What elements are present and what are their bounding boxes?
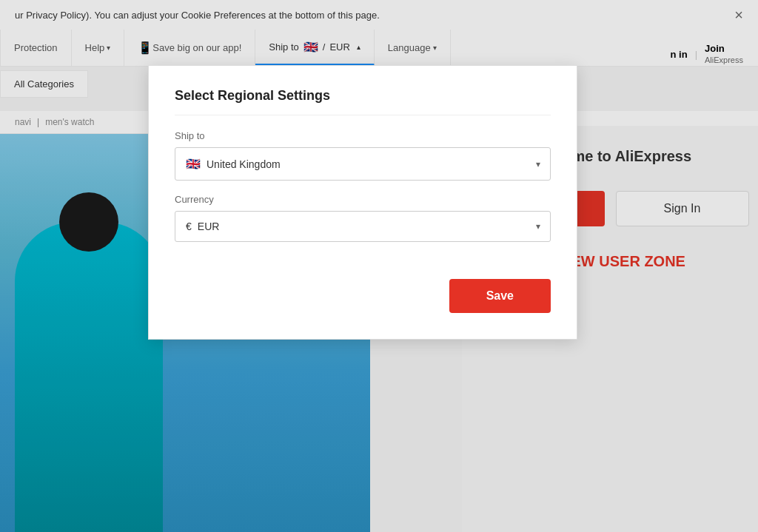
regional-settings-panel: Select Regional Settings Ship to 🇬🇧 Unit…	[148, 65, 577, 340]
country-select-wrapper: 🇬🇧 United Kingdom ▾	[175, 147, 551, 181]
currency-value: EUR	[198, 220, 220, 232]
currency-select[interactable]: € EUR	[175, 211, 551, 242]
save-row: Save	[175, 257, 551, 313]
country-value: United Kingdom	[207, 158, 281, 170]
currency-symbol: €	[186, 220, 192, 232]
country-flag: 🇬🇧	[186, 157, 201, 171]
save-button[interactable]: Save	[449, 279, 551, 313]
currency-select-wrapper: € EUR ▾	[175, 211, 551, 242]
dropdown-title: Select Regional Settings	[175, 88, 551, 115]
country-select[interactable]: 🇬🇧 United Kingdom	[175, 147, 551, 181]
ship-to-field-label: Ship to	[175, 130, 551, 141]
currency-field-label: Currency	[175, 194, 551, 205]
